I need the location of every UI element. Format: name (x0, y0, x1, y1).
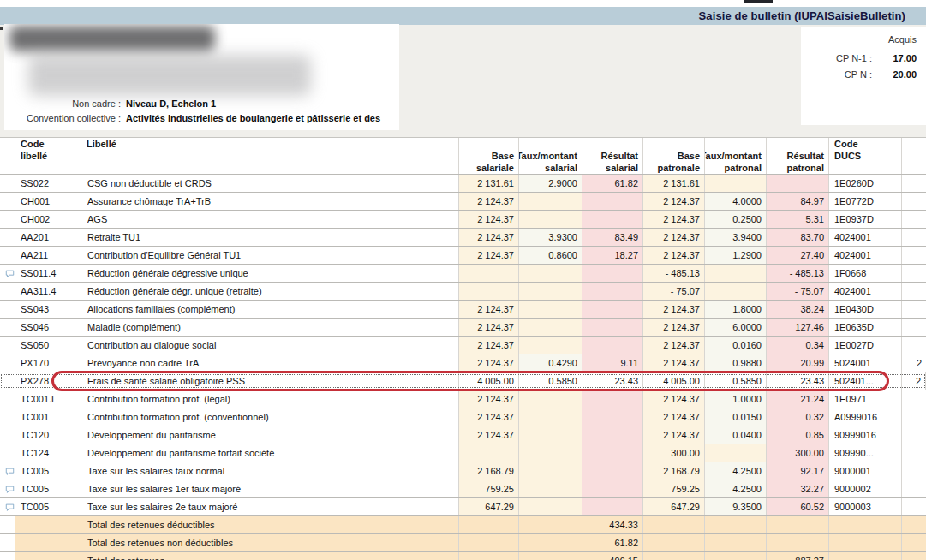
cell-res-pat[interactable]: 38.24 (767, 301, 829, 318)
cell-base-pat[interactable]: - 485.13 (643, 265, 705, 282)
cell-ducs[interactable]: A0999016 (829, 408, 902, 426)
cell-base-pat[interactable]: 2 124.37 (643, 301, 705, 318)
payroll-line-row[interactable]: TC005Taxe sur les salaires taux normal2 … (0, 462, 926, 480)
cell-base-sal[interactable] (459, 444, 519, 462)
cell-ducs[interactable]: 4024001 (829, 229, 902, 246)
cell-res-sal[interactable] (582, 265, 643, 282)
cell-res-pat[interactable]: 23.43 (767, 372, 829, 390)
cell-ducs[interactable]: 1E0937D (829, 211, 902, 228)
cell-base-sal[interactable] (459, 265, 519, 282)
payroll-line-row[interactable]: PX278Frais de santé salarié obligatoire … (0, 372, 926, 390)
cell-res-sal[interactable]: 18.27 (582, 247, 643, 264)
cell-base-pat[interactable]: 2 124.37 (643, 319, 705, 336)
payroll-line-row[interactable]: AA201Retraite TU12 124.373.930083.492 12… (0, 229, 926, 247)
cell-res-sal[interactable] (582, 426, 643, 444)
cell-res-sal[interactable] (582, 444, 643, 462)
payroll-line-row[interactable]: CH001Assurance chômage TrA+TrB2 124.372 … (0, 193, 926, 211)
cell-label[interactable]: Retraite TU1 (81, 229, 459, 246)
cell-label[interactable]: AGS (81, 211, 459, 228)
cell-taux-pat[interactable]: 0.0150 (705, 408, 767, 426)
payroll-line-row[interactable]: SS011.4Réduction générale dégressive uni… (0, 265, 926, 283)
cell-base-sal[interactable]: 2 124.37 (459, 301, 519, 318)
payroll-line-row[interactable]: SS022CSG non déductible et CRDS2 131.612… (0, 175, 926, 193)
cell-ducs[interactable]: 1E0027D (829, 337, 902, 354)
cell-label[interactable]: Développement du paritarisme (81, 426, 459, 444)
cell-label[interactable]: Réduction générale dégr. unique (retrait… (81, 283, 459, 300)
payroll-line-row[interactable]: SS050Contribution au dialogue social2 12… (0, 337, 926, 354)
cell-base-sal[interactable]: 2 124.37 (459, 247, 519, 264)
cell-taux-sal[interactable]: 0.8600 (519, 247, 582, 264)
cell-taux-sal[interactable] (519, 319, 582, 336)
cell-taux-sal[interactable] (519, 265, 582, 282)
cell-code[interactable]: TC005 (15, 462, 81, 480)
payroll-line-row[interactable]: TC120Développement du paritarisme2 124.3… (0, 426, 926, 444)
cell-ducs[interactable]: 4024001 (829, 247, 902, 264)
cell-base-pat[interactable]: 2 168.79 (643, 462, 705, 480)
payroll-line-row[interactable]: SS043Allocations familiales (complément)… (0, 301, 926, 319)
cell-res-sal[interactable]: 23.43 (582, 372, 643, 390)
cell-taux-pat[interactable]: 0.2500 (705, 211, 767, 228)
cell-taux-sal[interactable] (519, 337, 582, 354)
cell-res-pat[interactable]: 60.52 (767, 498, 829, 515)
cell-code[interactable]: PX170 (15, 354, 81, 372)
payroll-line-row[interactable]: PX170Prévoyance non cadre TrA2 124.370.4… (0, 354, 926, 372)
cell-base-pat[interactable]: 4 005.00 (643, 372, 705, 390)
cell-base-pat[interactable]: 759.25 (643, 480, 705, 497)
cell-base-pat[interactable]: - 75.07 (643, 283, 705, 300)
cell-res-pat[interactable] (767, 175, 829, 192)
cell-label[interactable]: Assurance chômage TrA+TrB (81, 193, 459, 210)
cell-res-sal[interactable] (582, 193, 643, 210)
cell-taux-sal[interactable] (519, 462, 582, 480)
cell-base-sal[interactable]: 2 124.37 (459, 319, 519, 336)
cell-base-sal[interactable]: 2 124.37 (459, 390, 519, 408)
cell-ducs[interactable]: 9000003 (829, 498, 902, 515)
comment-bubble-icon[interactable] (5, 269, 15, 278)
cell-taux-sal[interactable] (519, 408, 582, 426)
cell-base-sal[interactable]: 647.29 (459, 498, 519, 515)
cell-taux-pat[interactable]: 1.8000 (705, 301, 767, 318)
cell-taux-sal[interactable]: 3.9300 (519, 229, 582, 246)
cell-base-sal[interactable]: 759.25 (459, 480, 519, 497)
cell-base-sal[interactable]: 2 124.37 (459, 354, 519, 372)
cell-ducs[interactable]: 4024001 (829, 283, 902, 300)
cell-taux-sal[interactable] (519, 444, 582, 462)
cell-res-pat[interactable]: 32.27 (767, 480, 829, 497)
cell-code[interactable]: SS022 (15, 175, 81, 192)
cell-code[interactable]: CH001 (15, 193, 81, 210)
cell-res-sal[interactable]: 83.49 (582, 229, 643, 246)
cell-res-pat[interactable]: 0.85 (767, 426, 829, 444)
cell-taux-sal[interactable]: 2.9000 (519, 175, 582, 192)
cell-code[interactable]: SS050 (15, 337, 81, 354)
cell-res-pat[interactable]: - 75.07 (767, 283, 829, 300)
cell-base-pat[interactable]: 2 124.37 (643, 229, 705, 246)
cell-taux-pat[interactable]: 4.2500 (705, 462, 767, 480)
payroll-line-row[interactable]: AA311.4Réduction générale dégr. unique (… (0, 283, 926, 301)
cell-base-sal[interactable] (459, 283, 519, 300)
cell-taux-sal[interactable] (519, 283, 582, 300)
cell-code[interactable]: CH002 (15, 211, 81, 228)
payroll-line-row[interactable]: SS046Maladie (complément)2 124.372 124.3… (0, 319, 926, 337)
comment-bubble-icon[interactable] (5, 503, 15, 512)
payroll-line-row[interactable]: TC001.LContribution formation prof. (lég… (0, 390, 926, 408)
cell-label[interactable]: Allocations familiales (complément) (81, 301, 459, 318)
cell-res-pat[interactable]: 300.00 (767, 444, 829, 462)
cell-ducs[interactable]: 1E0772D (829, 193, 902, 210)
cell-taux-pat[interactable] (705, 444, 767, 462)
cell-code[interactable]: AA211 (15, 247, 81, 264)
cell-taux-sal[interactable] (519, 426, 582, 444)
cell-res-pat[interactable]: 92.17 (767, 462, 829, 480)
cell-ducs[interactable]: 1E0971 (829, 390, 902, 408)
cell-label[interactable]: Taxe sur les salaires 1er taux majoré (81, 480, 459, 497)
cell-label[interactable]: Réduction générale dégressive unique (81, 265, 459, 282)
cell-ducs[interactable]: 1E0635D (829, 319, 902, 336)
cell-res-pat[interactable]: 20.99 (767, 354, 829, 372)
cell-taux-pat[interactable]: 9.3500 (705, 498, 767, 515)
cell-code[interactable]: SS011.4 (15, 265, 81, 282)
cell-res-sal[interactable] (582, 283, 643, 300)
cell-res-sal[interactable]: 61.82 (582, 175, 643, 192)
payroll-line-row[interactable]: TC005Taxe sur les salaires 1er taux majo… (0, 480, 926, 498)
cell-code[interactable]: SS046 (15, 319, 81, 336)
comment-bubble-icon[interactable] (5, 467, 15, 476)
cell-taux-pat[interactable]: 0.0400 (705, 426, 767, 444)
cell-code[interactable]: TC001 (15, 408, 81, 426)
